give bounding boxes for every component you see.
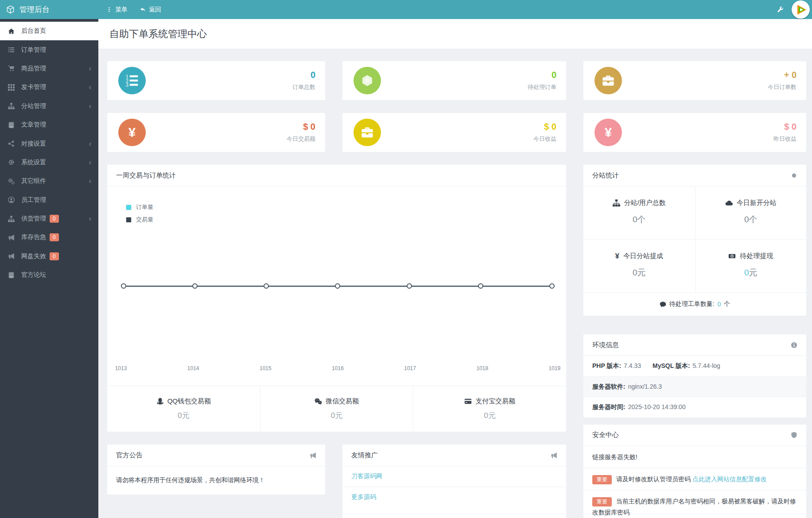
legend-label: 订单量 [136, 203, 153, 211]
sidebar-item-label: 后台首页 [21, 27, 46, 35]
substation-cell-label: 今日分站提成 [623, 252, 663, 260]
chart-point [335, 283, 340, 289]
security-notice-database: 重要当前主机的数据库用户名与密码相同，极易被黑客破解，请及时修改数据库密码 [583, 491, 806, 518]
yen-icon: ¥ [118, 119, 146, 146]
cloud-icon [725, 199, 733, 207]
cube-icon [6, 5, 15, 14]
sidebar-item-forum[interactable]: 官方论坛 [0, 266, 98, 284]
chart-point [478, 283, 483, 289]
sidebar-item-articles[interactable]: 文章管理 [0, 116, 98, 134]
x-tick-label: 1017 [404, 365, 416, 371]
legend-item-orders[interactable]: 订单量 [126, 203, 153, 211]
page-title: 自助下单系统管理中心 [98, 19, 812, 49]
chart-point [407, 283, 412, 289]
sidebar-item-netdisk-invalid[interactable]: 网盘失效 0 [0, 247, 98, 266]
env-row-server-time: 服务器时间:2025-10-20 14:39:00 [583, 397, 806, 417]
menu-button[interactable]: 菜单 [106, 6, 128, 14]
pay-stat-label: 支付宝交易额 [475, 397, 515, 406]
stat-value: $ 0 [773, 122, 796, 132]
sidebar-item-label: 商品管理 [21, 65, 46, 73]
stat-value: $ 0 [533, 122, 556, 132]
substation-cell-value: 0 [744, 215, 749, 224]
stat-label: 待处理订单 [528, 83, 556, 91]
sidebar-item-system-settings[interactable]: 系统设置 ‹ [0, 153, 98, 172]
substation-stats-panel: 分站统计 分站/用户总数 0个 今日新开分站 [583, 165, 806, 316]
chevron-left-icon: ‹ [89, 159, 91, 166]
count-badge: 0 [50, 215, 59, 223]
env-value: nginx/1.26.3 [628, 383, 662, 390]
legend-label: 交易量 [136, 216, 153, 224]
site-logo-avatar[interactable]: ·· [792, 0, 810, 19]
reply-icon [140, 7, 146, 12]
book-icon [7, 272, 16, 278]
wechat-stat: 微信交易额 0元 [260, 386, 413, 432]
promo-link-daoke[interactable]: 刀客源码网 [342, 466, 566, 487]
promo-link-more[interactable]: 更多源码 [342, 487, 566, 507]
line-chart: 订单量 交易量 10 [107, 186, 566, 386]
sidebar-item-label: 对接设置 [21, 140, 46, 148]
stat-card-pending-orders: 0 待处理订单 [342, 61, 566, 100]
pay-stat-value: 0元 [331, 410, 342, 421]
stat-label: 今日交易额 [287, 135, 315, 143]
sidebar-item-home[interactable]: 后台首页 [0, 22, 98, 40]
brand-title: 管理后台 [19, 4, 50, 15]
env-value: 2025-10-20 14:39:00 [628, 403, 686, 410]
back-button[interactable]: 返回 [140, 6, 161, 14]
sidebar-item-products[interactable]: 商品管理 ‹ [0, 59, 98, 78]
shield-icon [791, 432, 797, 438]
pay-stat-label: 微信交易额 [326, 397, 359, 406]
wrench-icon[interactable] [777, 6, 784, 13]
qq-wallet-stat: QQ钱包交易额 0元 [107, 386, 260, 432]
stat-card-today-volume: ¥ $ 0 今日交易额 [107, 113, 325, 152]
stat-label: 昨日收益 [773, 135, 796, 143]
pending-tickets-row: 待处理工单数量: 0 个 [583, 293, 806, 316]
sitemap-icon [613, 199, 620, 207]
sidebar-item-label: 供货管理 [21, 215, 46, 223]
briefcase-icon [354, 119, 381, 146]
sidebar-item-substations[interactable]: 分站管理 ‹ [0, 97, 98, 116]
yen-icon: ¥ [615, 252, 619, 260]
svg-text:··: ·· [800, 14, 802, 16]
sidebar-item-api-settings[interactable]: 对接设置 ‹ [0, 134, 98, 153]
substation-cell-users: 分站/用户总数 0个 [583, 186, 695, 240]
sidebar-item-components[interactable]: 其它组件 ‹ [0, 172, 98, 190]
count-badge: 0 [50, 252, 59, 260]
env-value: 7.4.33 [624, 362, 641, 369]
gear-icon [7, 159, 16, 166]
menu-label: 菜单 [115, 6, 128, 14]
chart-point [192, 283, 198, 289]
security-notice-text: 请及时修改默认管理员密码 [616, 475, 692, 483]
sidebar: 后台首页 订单管理 商品管理 ‹ 发卡管理 ‹ 分站管理 ‹ 文章管理 对接设置… [0, 19, 98, 518]
sidebar-item-orders[interactable]: 订单管理 [0, 40, 98, 59]
substation-panel-title: 分站统计 [592, 171, 619, 180]
substation-cell-label: 分站/用户总数 [624, 199, 666, 207]
list-icon [7, 46, 16, 53]
sidebar-item-supply[interactable]: 供货管理 0 ‹ [0, 209, 98, 228]
sidebar-item-staff[interactable]: 员工管理 [0, 191, 98, 209]
legend-swatch [126, 205, 132, 210]
x-tick-label: 1015 [260, 365, 272, 371]
sidebar-item-stock-alert[interactable]: 库存告急 0 [0, 228, 98, 247]
pay-stat-label: QQ钱包交易额 [167, 397, 211, 406]
env-label: 服务器软件: [592, 383, 626, 390]
env-label: PHP 版本: [592, 362, 621, 369]
x-tick-label: 1016 [332, 365, 344, 371]
yen-icon: ¥ [594, 119, 622, 146]
stat-value: 0 [528, 70, 556, 80]
info-icon [791, 342, 797, 348]
x-tick-label: 1014 [187, 365, 199, 371]
security-alert: 链接服务器失败! [583, 446, 806, 468]
sidebar-item-cards[interactable]: 发卡管理 ‹ [0, 78, 98, 97]
sitemap-icon [7, 103, 16, 109]
bullhorn-icon [7, 253, 16, 259]
chart-point [121, 283, 126, 289]
legend-item-volume[interactable]: 交易量 [126, 216, 153, 224]
dot-icon [791, 172, 797, 179]
environment-panel-title: 环境信息 [592, 341, 619, 349]
security-panel-title: 安全中心 [592, 431, 619, 439]
config-link[interactable]: 点此进入网站信息配置修改 [692, 475, 767, 483]
wechat-icon [315, 398, 322, 405]
env-label: 服务器时间: [592, 403, 626, 410]
legend-swatch [126, 217, 132, 223]
env-value: 5.7.44-log [693, 362, 720, 369]
